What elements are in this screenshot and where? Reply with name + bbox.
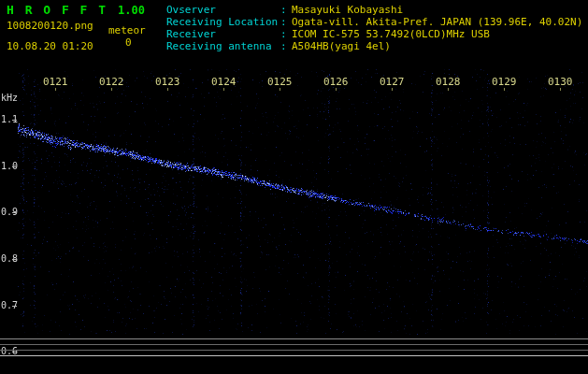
info-colon: : [280,28,292,40]
time-tick [504,88,505,91]
app-title: H R O F F T [7,4,108,16]
info-value: ICOM IC-575 53.7492(0LCD)MHz USB [292,28,490,40]
info-label: Receiver [166,28,280,40]
meteor-count: 0 [125,37,132,48]
time-axis-label: 0123 [155,77,180,87]
info-label: Receiving antenna [166,40,280,52]
time-tick [448,88,449,91]
time-axis-label: 0128 [436,77,461,87]
time-tick [336,88,337,91]
meteor-label: meteor [108,25,146,36]
time-axis-label: 0130 [548,77,573,87]
time-axis-label: 0126 [323,77,349,87]
freq-tick [12,306,17,307]
info-row-antenna: Receiving antenna : A504HB(yagi 4el) [166,40,391,52]
time-tick [167,88,168,91]
freq-unit-label: kHz [1,94,18,103]
time-axis-label: 0124 [211,77,237,87]
time-tick [55,88,56,91]
info-colon: : [280,40,292,52]
level-baseline [0,355,588,356]
time-tick [280,88,280,91]
time-tick [392,88,393,91]
hrofft-screen: H R O F F T 1.00 1008200120.png meteor 0… [0,0,588,374]
spectrogram-canvas [0,0,588,374]
info-colon: : [280,16,292,28]
freq-tick [12,166,17,167]
time-axis-label: 0125 [267,77,293,87]
info-colon: : [280,4,292,16]
freq-tick [12,120,17,121]
freq-tick [12,212,17,213]
info-value: Ogata-vill. Akita-Pref. JAPAN (139.96E, … [292,16,582,28]
level-baseline [0,338,588,339]
level-baseline [0,344,588,345]
info-row-receiver: Receiver : ICOM IC-575 53.7492(0LCD)MHz … [166,28,490,40]
time-axis-label: 0122 [99,77,124,87]
freq-tick [12,352,17,352]
info-row-location: Receiving Location : Ogata-vill. Akita-P… [166,16,582,28]
info-label: Ovserver [166,4,280,16]
time-tick [223,88,224,91]
info-label: Receiving Location [166,16,280,28]
info-row-observer: Ovserver : Masayuki Kobayashi [166,4,403,16]
version-label: 1.00 [118,5,145,16]
filename-label: 1008200120.png [7,21,93,31]
info-value: A504HB(yagi 4el) [292,40,391,52]
level-baseline [0,350,588,351]
time-tick [111,88,112,91]
time-axis-label: 0127 [380,77,405,87]
info-value: Masayuki Kobayashi [292,4,403,16]
timestamp-label: 10.08.20 01:20 [7,41,93,51]
freq-tick [12,259,17,260]
time-tick [560,88,561,91]
time-axis-label: 0129 [492,77,517,87]
time-axis-label: 0121 [43,77,68,87]
